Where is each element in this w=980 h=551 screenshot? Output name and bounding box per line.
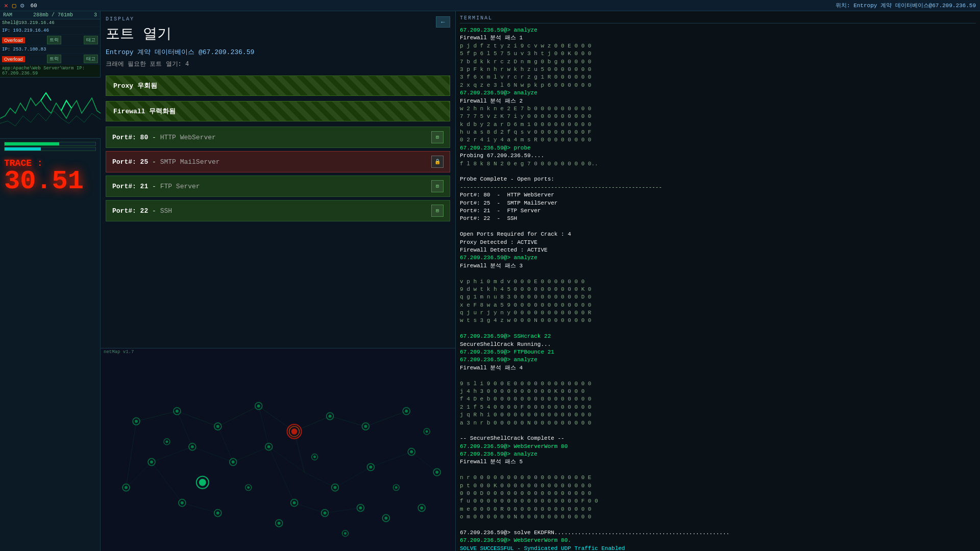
port-list: Port#: 80 - HTTP WebServer ⊞ Port#: 25 -… (106, 127, 450, 221)
svg-point-73 (384, 516, 387, 519)
svg-point-63 (435, 470, 438, 473)
svg-rect-1 (101, 360, 455, 543)
port-title: 포트 열기 (106, 24, 450, 43)
port-item-25[interactable]: Port#: 25 - SMTP MailServer 🔒 (106, 151, 450, 172)
shell1-buttons: Overload 트럭 태고 (0, 35, 100, 46)
netmap-section: netMap v1.7 (101, 348, 455, 551)
svg-point-33 (216, 425, 219, 428)
svg-point-53 (150, 460, 153, 463)
shell2-buttons: Overload 트럭 태고 (0, 54, 100, 65)
topbar-left: ✕ ▢ ⚙ 60 (4, 2, 37, 10)
shell2-ip-row: IP: 253.7.100.83 (0, 46, 100, 54)
svg-point-92 (426, 430, 428, 433)
topbar-counter: 60 (30, 3, 37, 9)
svg-point-43 (191, 445, 194, 448)
proxy-label: Proxy 우회됨 (113, 82, 157, 90)
svg-point-55 (125, 486, 128, 489)
port-item-21[interactable]: Port#: 21 - FTP Server ⊞ (106, 176, 450, 197)
display-section: DISPLAY 포트 열기 Entropy 계약 데이터베이스 @67.209.… (101, 11, 455, 348)
port-25-text: Port#: 25 - SMTP MailServer (112, 158, 220, 166)
svg-point-90 (395, 486, 398, 489)
svg-point-80 (199, 479, 206, 486)
svg-point-39 (364, 425, 367, 428)
port-80-icon: ⊞ (431, 131, 444, 143)
svg-point-88 (344, 532, 347, 535)
progress-fill-1 (5, 142, 59, 145)
svg-point-67 (323, 511, 326, 514)
close-icon[interactable]: ✕ (4, 2, 8, 10)
netmap-label: netMap v1.7 (101, 348, 455, 356)
svg-point-86 (313, 456, 316, 458)
waveform-graph (0, 78, 101, 139)
shell1-terminal-btn[interactable]: 트럭 (47, 36, 61, 44)
main-layout: RAM 288mb / 761mb 3 Shell@193.219.16.46 … (0, 11, 980, 551)
svg-point-51 (369, 465, 372, 468)
svg-point-45 (232, 460, 235, 463)
gear-icon[interactable]: ⚙ (20, 2, 24, 10)
port-22-icon: ⊞ (431, 205, 444, 217)
progress-bar-2 (4, 147, 96, 151)
topbar-location: 위치: Entropy 계약 데이터베이스@67.209.236.59 (836, 2, 976, 9)
shell1-overload-btn[interactable]: Overload (2, 37, 25, 43)
port-25-icon: 🔒 (431, 156, 444, 168)
svg-point-75 (420, 506, 423, 509)
port-80-text: Port#: 80 - HTTP WebServer (112, 134, 216, 141)
netmap-canvas (101, 356, 455, 548)
port-item-80[interactable]: Port#: 80 - HTTP WebServer ⊞ (106, 127, 450, 148)
port-item-22[interactable]: Port#: 22 - SSH ⊞ (106, 200, 450, 221)
svg-point-37 (328, 415, 331, 418)
shell2-status-btn[interactable]: 태고 (84, 55, 98, 63)
shell2-terminal-btn[interactable]: 트럭 (47, 55, 61, 63)
shell2-overload-btn[interactable]: Overload (2, 56, 25, 62)
collapse-button[interactable]: ← (436, 16, 450, 28)
svg-point-35 (257, 405, 260, 408)
firewall-section: Firewall 무력화됨 (106, 101, 450, 121)
shell1-row: Shell@193.219.16.46 (0, 19, 100, 27)
progress-bar-1 (4, 142, 96, 146)
sidebar: RAM 288mb / 761mb 3 Shell@193.219.16.46 … (0, 11, 101, 551)
port-22-text: Port#: 22 - SSH (112, 207, 172, 215)
display-label: DISPLAY (106, 16, 450, 22)
port-21-icon: ⊞ (431, 180, 444, 192)
svg-point-41 (405, 410, 408, 413)
netmap-svg (101, 356, 455, 548)
svg-point-82 (165, 440, 168, 443)
port-21-text: Port#: 21 - FTP Server (112, 183, 200, 190)
svg-point-47 (267, 445, 271, 448)
trace-display: TRACE : 30.51 (0, 154, 100, 197)
waveform-svg (0, 78, 101, 139)
firewall-label: Firewall 무력화됨 (113, 108, 176, 115)
svg-point-84 (247, 486, 250, 489)
svg-point-59 (216, 511, 219, 514)
app-info: app:Apache\Web Server\Worm IP: 67.209.23… (0, 65, 100, 78)
svg-point-29 (135, 420, 138, 423)
crack-info: 크래에 필요한 포트 열기: 4 (106, 60, 450, 68)
ram-label: RAM (3, 12, 12, 18)
proxy-section: Proxy 우회됨 (106, 76, 450, 96)
svg-point-71 (278, 521, 281, 524)
ram-num: 3 (94, 12, 97, 18)
shell1-ip-row: IP: 193.219.16.46 (0, 27, 100, 35)
minimize-icon[interactable]: ▢ (12, 2, 16, 10)
shell1-status-btn[interactable]: 태고 (84, 36, 98, 44)
trace-value: 30.51 (4, 168, 96, 195)
progress-bars (0, 139, 100, 154)
target-info: Entropy 계약 데이터베이스 @67.209.236.59 (106, 47, 450, 57)
progress-fill-2 (5, 147, 41, 151)
svg-point-49 (333, 486, 336, 489)
shell1-ip: Shell@193.219.16.46 (2, 20, 55, 26)
shell1-ip2: IP: 193.219.16.46 (2, 28, 49, 33)
svg-point-78 (291, 429, 297, 435)
topbar: ✕ ▢ ⚙ 60 위치: Entropy 계약 데이터베이스@67.209.23… (0, 0, 980, 11)
svg-point-65 (292, 501, 296, 504)
terminal-label: TERMINAL (460, 15, 976, 23)
svg-point-61 (410, 450, 413, 454)
trace-container: TRACE : 30.51 (0, 154, 100, 551)
svg-point-31 (176, 410, 179, 413)
center-panel: DISPLAY 포트 열기 Entropy 계약 데이터베이스 @67.209.… (101, 11, 456, 551)
terminal-panel: TERMINAL 67.209.236.59@> analyze Firewal… (456, 11, 980, 551)
terminal-output: 67.209.236.59@> analyze Firewall 분석 패스 1… (460, 27, 976, 551)
shell2-ip: IP: 253.7.100.83 (2, 47, 46, 52)
svg-point-69 (359, 506, 362, 509)
svg-point-57 (181, 501, 184, 504)
